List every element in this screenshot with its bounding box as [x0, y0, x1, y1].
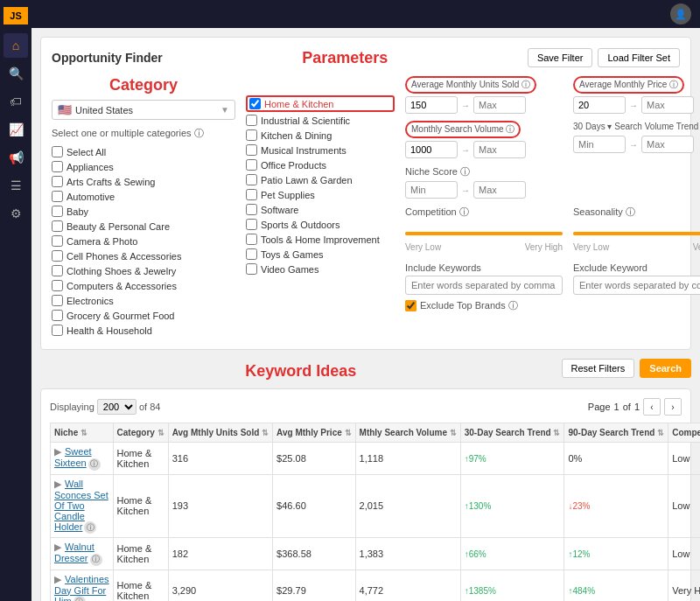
sub-category-checkbox[interactable]	[246, 189, 257, 200]
category-item: Health & Household	[52, 324, 235, 337]
avg-units-max[interactable]	[473, 96, 526, 114]
category-checkbox[interactable]	[52, 295, 63, 306]
category-checkbox[interactable]	[52, 250, 63, 262]
reset-filters-button[interactable]: Reset Filters	[562, 359, 635, 378]
filter-panel: Opportunity Finder Parameters Save Filte…	[40, 37, 691, 350]
category-checkbox[interactable]	[52, 206, 63, 217]
sub-category-item: Sports & Outdoors	[246, 218, 395, 231]
search-vol-min[interactable]	[405, 141, 458, 158]
category-checkbox[interactable]	[52, 220, 63, 232]
cell-trend90: ↓23%	[564, 474, 668, 538]
user-avatar[interactable]: 👤	[670, 3, 691, 24]
category-checkbox[interactable]	[52, 161, 63, 172]
results-header: Displaying 20010050 of 84 Page 1 of 1 ‹ …	[50, 398, 682, 416]
sub-category-checkbox[interactable]	[246, 144, 257, 156]
sub-category-checkbox[interactable]	[246, 263, 257, 275]
avg-price-label: Average Monthly Price ⓘ	[573, 76, 700, 94]
category-checkbox[interactable]	[52, 310, 63, 321]
params-column: Home & KitchenIndustrial & ScientificKit…	[246, 76, 700, 339]
niche-score-min[interactable]	[405, 181, 458, 199]
save-filter-button[interactable]: Save Filter	[528, 48, 593, 67]
col-header-competition[interactable]: Competition ⇅	[668, 423, 700, 443]
col-header-search_vol[interactable]: Mthly Search Volume ⇅	[355, 423, 460, 443]
include-keywords-input[interactable]	[405, 276, 563, 295]
category-checkbox[interactable]	[52, 176, 63, 187]
niche-info-icon[interactable]: ⓘ	[88, 458, 101, 471]
range-arrow-icon2: →	[629, 101, 638, 110]
niche-info-icon[interactable]: ⓘ	[74, 596, 86, 601]
avg-units-min[interactable]	[405, 96, 458, 114]
sub-category-label: Musical Instruments	[261, 145, 346, 156]
sidebar-item-chart[interactable]: 📈	[4, 117, 28, 142]
load-filter-button[interactable]: Load Filter Set	[598, 48, 680, 67]
sidebar-item-tag[interactable]: 🏷	[4, 89, 28, 114]
expand-icon[interactable]: ▶	[54, 479, 61, 489]
exclude-keyword-input[interactable]	[573, 276, 700, 295]
competition-slider[interactable]: Very Low Very High	[405, 221, 563, 255]
sidebar-item-home[interactable]: ⌂	[4, 33, 28, 58]
trend90-value: ↓23%	[568, 501, 590, 511]
search-vol-label: Monthly Search Volume ⓘ	[405, 121, 563, 138]
filter-header: Opportunity Finder Parameters Save Filte…	[52, 48, 680, 67]
sub-category-checkbox[interactable]	[246, 248, 257, 260]
sub-category-checkbox[interactable]	[246, 204, 257, 215]
country-selector[interactable]: 🇺🇸 United States ▼	[52, 100, 235, 120]
cell-trend90: ↑484%	[564, 570, 668, 601]
include-keywords-group: Include Keywords	[405, 262, 563, 295]
page-current: 1	[614, 402, 620, 412]
col-header-trend_90[interactable]: 90-Day Search Trend ⇅	[564, 423, 668, 443]
seasonality-slider[interactable]: Very Low Very High	[573, 221, 700, 255]
sub-category-item: Patio Lawn & Garden	[246, 173, 395, 186]
cell-avg_units: 3,290	[168, 570, 272, 601]
avg-price-max[interactable]	[641, 96, 694, 114]
cell-search_vol: 1,118	[355, 443, 460, 475]
niche-link[interactable]: Wall Sconces Set Of Two Candle Holder	[54, 479, 108, 532]
display-count-select[interactable]: 20010050	[97, 399, 136, 415]
sub-categories-column: Home & KitchenIndustrial & ScientificKit…	[246, 76, 395, 312]
cell-trend90: ↑12%	[564, 538, 668, 570]
sub-category-checkbox[interactable]	[246, 159, 257, 171]
exclude-top-brands-checkbox[interactable]	[405, 300, 416, 311]
search-vol-max[interactable]	[473, 141, 526, 158]
page-prev-button[interactable]: ‹	[643, 398, 661, 416]
category-checkbox[interactable]	[52, 325, 63, 336]
sub-category-checkbox[interactable]	[246, 115, 257, 126]
niche-info-icon[interactable]: ⓘ	[84, 521, 96, 534]
category-checkbox[interactable]	[52, 191, 63, 202]
category-checkbox[interactable]	[52, 146, 63, 157]
expand-icon[interactable]: ▶	[54, 574, 61, 584]
cell-trend30: ↑97%	[460, 443, 564, 475]
sub-category-checkbox[interactable]	[246, 234, 257, 245]
col-header-avg_price[interactable]: Avg Mthly Price ⇅	[273, 423, 355, 443]
category-checkbox[interactable]	[52, 280, 63, 291]
sub-category-checkbox[interactable]	[246, 174, 257, 185]
exclude-top-brands-label: Exclude Top Brands ⓘ	[420, 299, 518, 312]
sub-category-checkbox[interactable]	[246, 129, 257, 141]
trend30-value: ↑66%	[465, 549, 486, 559]
niche-score-max[interactable]	[473, 181, 526, 199]
col-header-avg_units[interactable]: Avg Mthly Units Sold ⇅	[168, 423, 272, 443]
avg-price-min[interactable]	[573, 96, 626, 114]
keyword-ideas-title: Keyword Ideas	[245, 362, 356, 380]
expand-icon[interactable]: ▶	[54, 446, 61, 457]
trend-max[interactable]	[641, 136, 694, 153]
trend-min[interactable]	[573, 136, 626, 153]
expand-icon[interactable]: ▶	[54, 542, 61, 552]
col-header-trend_30[interactable]: 30-Day Search Trend ⇅	[460, 423, 564, 443]
sub-category-checkbox[interactable]	[249, 98, 261, 109]
category-item: Automotive	[52, 190, 235, 203]
range-arrow-icon: →	[461, 101, 470, 110]
category-item: Appliances	[52, 160, 235, 173]
sidebar-item-settings[interactable]: ⚙	[4, 201, 28, 226]
col-header-niche[interactable]: Niche ⇅	[51, 423, 114, 443]
sidebar-item-list[interactable]: ☰	[4, 173, 28, 198]
niche-info-icon[interactable]: ⓘ	[90, 554, 102, 566]
category-checkbox[interactable]	[52, 235, 63, 247]
sidebar-item-search[interactable]: 🔍	[4, 61, 28, 86]
sidebar-item-speaker[interactable]: 📢	[4, 145, 28, 170]
category-checkbox[interactable]	[52, 265, 63, 276]
search-button[interactable]: Search	[640, 359, 691, 378]
page-next-button[interactable]: ›	[664, 398, 682, 416]
col-header-category[interactable]: Category ⇅	[113, 423, 168, 443]
sub-category-checkbox[interactable]	[246, 219, 257, 230]
